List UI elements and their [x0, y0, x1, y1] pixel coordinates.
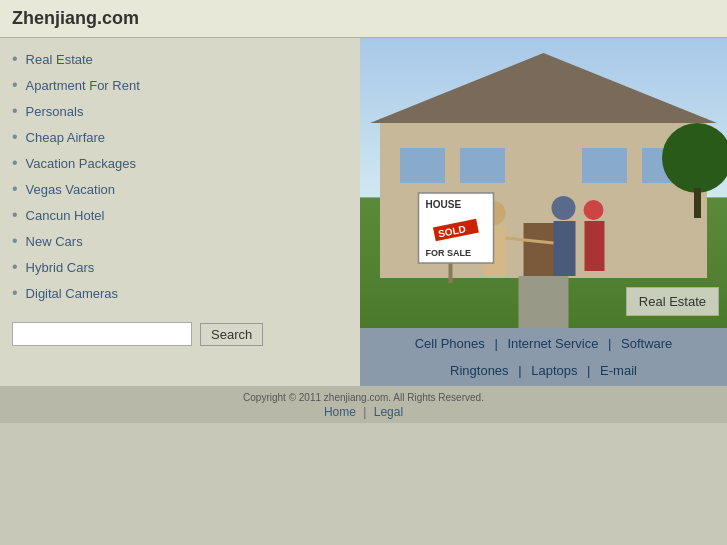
bullet-icon: • [12, 103, 18, 119]
sidebar-item-new-cars[interactable]: •New Cars [0, 228, 360, 254]
sidebar-item-personals[interactable]: •Personals [0, 98, 360, 124]
software-link[interactable]: Software [621, 336, 672, 351]
bullet-icon: • [12, 129, 18, 145]
sidebar-item-cheap-airfare[interactable]: •Cheap Airfare [0, 124, 360, 150]
sidebar-item-digital-cameras[interactable]: •Digital Cameras [0, 280, 360, 306]
real-estate-badge: Real Estate [626, 287, 719, 316]
bullet-icon: • [12, 259, 18, 275]
sidebar-item-label: Apartment For Rent [26, 78, 140, 93]
hero-canvas [360, 38, 727, 328]
search-area: Search [0, 306, 360, 362]
bottom-bar-2: Ringtones | Laptops | E-mail [360, 359, 727, 386]
sidebar-item-label: Cancun Hotel [26, 208, 105, 223]
right-content: Real Estate Cell Phones | Internet Servi… [360, 38, 727, 386]
email-link[interactable]: E-mail [600, 363, 637, 378]
bullet-icon: • [12, 285, 18, 301]
home-link[interactable]: Home [324, 405, 356, 419]
sidebar-item-vegas-vacation[interactable]: •Vegas Vacation [0, 176, 360, 202]
bullet-icon: • [12, 77, 18, 93]
sidebar-item-label: Vegas Vacation [26, 182, 115, 197]
footer: Copyright © 2011 zhenjiang.com. All Righ… [0, 386, 727, 423]
sidebar-item-label: Real Estate [26, 52, 93, 67]
sidebar-items: •Real Estate•Apartment For Rent•Personal… [0, 46, 360, 306]
sidebar-item-label: Digital Cameras [26, 286, 118, 301]
search-button[interactable]: Search [200, 323, 263, 346]
separator-2: | [608, 336, 615, 351]
bottom-bar-1: Cell Phones | Internet Service | Softwar… [360, 328, 727, 359]
sidebar-item-hybrid-cars[interactable]: •Hybrid Cars [0, 254, 360, 280]
footer-sep: | [363, 405, 366, 419]
bullet-icon: • [12, 51, 18, 67]
sidebar-item-real-estate[interactable]: •Real Estate [0, 46, 360, 72]
sidebar: •Real Estate•Apartment For Rent•Personal… [0, 38, 360, 386]
sidebar-item-label: Personals [26, 104, 84, 119]
separator-1: | [494, 336, 501, 351]
bullet-icon: • [12, 181, 18, 197]
search-input[interactable] [12, 322, 192, 346]
ringtones-link[interactable]: Ringtones [450, 363, 509, 378]
sidebar-item-label: New Cars [26, 234, 83, 249]
copyright: Copyright © 2011 zhenjiang.com. All Righ… [0, 392, 727, 403]
hero-image: Real Estate [360, 38, 727, 328]
page-wrapper: Zhenjiang.com •Real Estate•Apartment For… [0, 0, 727, 423]
laptops-link[interactable]: Laptops [531, 363, 577, 378]
cell-phones-link[interactable]: Cell Phones [415, 336, 485, 351]
footer-links: Home | Legal [0, 405, 727, 419]
sidebar-item-label: Vacation Packages [26, 156, 136, 171]
sidebar-item-cancun-hotel[interactable]: •Cancun Hotel [0, 202, 360, 228]
separator-3: | [518, 363, 525, 378]
internet-service-link[interactable]: Internet Service [507, 336, 598, 351]
legal-link[interactable]: Legal [374, 405, 403, 419]
sidebar-item-apartment-for-rent[interactable]: •Apartment For Rent [0, 72, 360, 98]
separator-4: | [587, 363, 594, 378]
bullet-icon: • [12, 155, 18, 171]
header: Zhenjiang.com [0, 0, 727, 38]
site-title: Zhenjiang.com [12, 8, 139, 28]
bullet-icon: • [12, 233, 18, 249]
main-layout: •Real Estate•Apartment For Rent•Personal… [0, 38, 727, 386]
sidebar-item-vacation-packages[interactable]: •Vacation Packages [0, 150, 360, 176]
sidebar-item-label: Cheap Airfare [26, 130, 106, 145]
bullet-icon: • [12, 207, 18, 223]
sidebar-item-label: Hybrid Cars [26, 260, 95, 275]
